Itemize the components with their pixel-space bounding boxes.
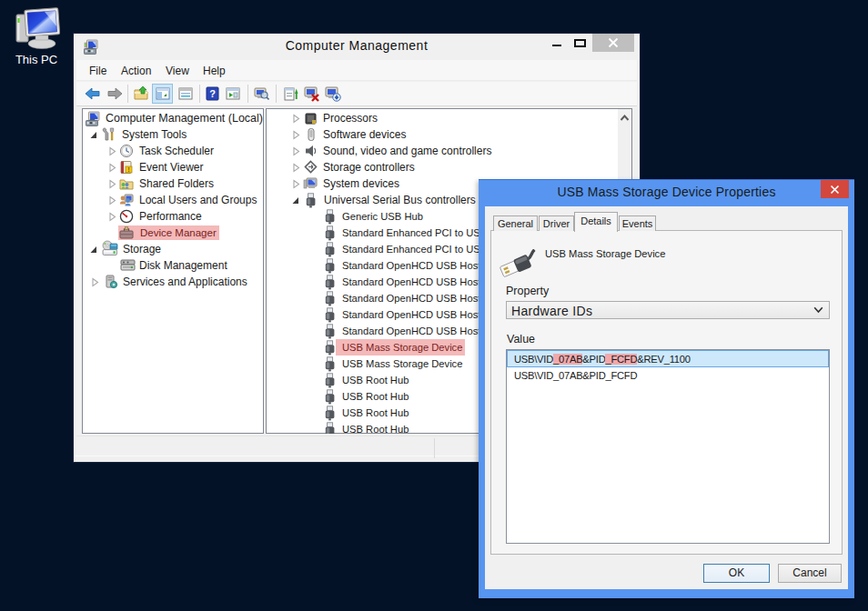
svg-text:!: ! bbox=[127, 166, 129, 173]
svg-text:?: ? bbox=[209, 88, 216, 99]
